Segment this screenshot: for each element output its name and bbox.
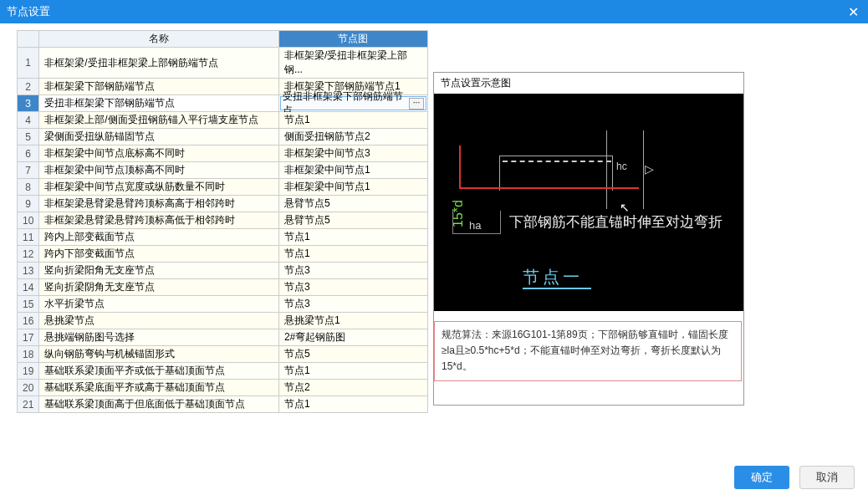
col-name-header[interactable]: 名称: [39, 31, 279, 48]
row-diagram[interactable]: 节点2: [278, 380, 427, 396]
row-diagram[interactable]: 节点3: [278, 279, 427, 296]
table-row[interactable]: 19基础联系梁顶面平齐或低于基础顶面节点节点1: [18, 363, 428, 380]
diagram-rebar-v: [459, 145, 461, 189]
diagram-select-input[interactable]: 受扭非框架梁下部钢筋端节点···: [280, 96, 426, 110]
close-icon[interactable]: ✕: [845, 4, 861, 20]
row-index: 19: [18, 363, 39, 380]
table-row[interactable]: 16悬挑梁节点悬挑梁节点1: [18, 313, 428, 329]
row-diagram[interactable]: 节点3: [278, 296, 427, 313]
table-row[interactable]: 20基础联系梁底面平齐或高于基础顶面节点节点2: [18, 380, 428, 396]
row-name[interactable]: 跨内下部变截面节点: [39, 246, 279, 263]
col-idx-header: [18, 31, 39, 48]
row-name[interactable]: 受扭非框架梁下部钢筋端节点: [39, 95, 279, 112]
row-index: 5: [18, 129, 39, 145]
row-name[interactable]: 纵向钢筋弯钩与机械锚固形式: [39, 346, 279, 363]
row-name[interactable]: 基础联系梁顶面高于但底面低于基础顶面节点: [39, 396, 279, 413]
preview-box: 节点设置示意图 15*d hc ▷ ha 下部钢筋不能直锚时伸至对边弯折 节点一: [433, 72, 744, 406]
diagram-underline: [523, 288, 591, 289]
row-name[interactable]: 悬挑梁节点: [39, 313, 279, 329]
row-diagram[interactable]: 悬挑梁节点1: [278, 313, 427, 329]
node-table: 名称 节点图 1非框架梁/受扭非框架梁上部钢筋端节点非框架梁/受扭非框架梁上部钢…: [17, 30, 428, 413]
table-row[interactable]: 14竖向折梁阴角无支座节点节点3: [18, 279, 428, 296]
dialog-window: 节点设置 ✕ 名称 节点图 1非框架梁/受扭非框架梁上部钢筋端节点非框架梁/受扭…: [0, 0, 868, 500]
row-name[interactable]: 基础联系梁底面平齐或高于基础顶面节点: [39, 380, 279, 396]
row-diagram[interactable]: 非框架梁/受扭非框架梁上部钢...: [278, 48, 427, 79]
diagram-label-ha: ha: [469, 219, 481, 232]
row-diagram[interactable]: 节点1: [278, 229, 427, 246]
table-row[interactable]: 13竖向折梁阳角无支座节点节点3: [18, 263, 428, 279]
row-diagram[interactable]: 节点3: [278, 263, 427, 279]
row-index: 9: [18, 196, 39, 212]
table-pane: 名称 节点图 1非框架梁/受扭非框架梁上部钢筋端节点非框架梁/受扭非框架梁上部钢…: [17, 30, 428, 460]
row-diagram[interactable]: 节点1: [278, 363, 427, 380]
row-name[interactable]: 水平折梁节点: [39, 296, 279, 313]
row-index: 18: [18, 346, 39, 363]
row-diagram[interactable]: 非框架梁中间节点1: [278, 179, 427, 196]
row-name[interactable]: 跨内上部变截面节点: [39, 229, 279, 246]
table-row[interactable]: 17悬挑端钢筋图号选择2#弯起钢筋图: [18, 329, 428, 346]
table-row[interactable]: 18纵向钢筋弯钩与机械锚固形式节点5: [18, 346, 428, 363]
row-name[interactable]: 竖向折梁阳角无支座节点: [39, 263, 279, 279]
diagram-line: [643, 130, 644, 209]
row-name[interactable]: 非框架梁悬臂梁悬臂跨顶标高低于相邻跨时: [39, 212, 279, 229]
row-name[interactable]: 非框架梁中间节点宽度或纵筋数量不同时: [39, 179, 279, 196]
preview-description: 规范算法：来源16G101-1第89页；下部钢筋够直锚时，锚固长度≥la且≥0.…: [434, 321, 742, 381]
table-row[interactable]: 3受扭非框架梁下部钢筋端节点受扭非框架梁下部钢筋端节点···: [18, 95, 428, 112]
row-diagram[interactable]: 非框架梁中间节点3: [278, 145, 427, 162]
preview-pane: 节点设置示意图 15*d hc ▷ ha 下部钢筋不能直锚时伸至对边弯折 节点一: [433, 30, 860, 460]
table-row[interactable]: 5梁侧面受扭纵筋锚固节点侧面受扭钢筋节点2: [18, 129, 428, 145]
table-row[interactable]: 15水平折梁节点节点3: [18, 296, 428, 313]
ok-button[interactable]: 确定: [734, 466, 789, 489]
row-index: 20: [18, 380, 39, 396]
row-diagram[interactable]: 侧面受扭钢筋节点2: [278, 129, 427, 145]
table-row[interactable]: 6非框架梁中间节点底标高不同时非框架梁中间节点3: [18, 145, 428, 162]
table-row[interactable]: 9非框架梁悬臂梁悬臂跨顶标高高于相邻跨时悬臂节点5: [18, 196, 428, 212]
row-diagram[interactable]: 非框架梁中间节点1: [278, 162, 427, 179]
row-name[interactable]: 非框架梁/受扭非框架梁上部钢筋端节点: [39, 48, 279, 79]
table-row[interactable]: 10非框架梁悬臂梁悬臂跨顶标高低于相邻跨时悬臂节点5: [18, 212, 428, 229]
row-diagram[interactable]: 节点1: [278, 112, 427, 129]
row-diagram[interactable]: 受扭非框架梁下部钢筋端节点···: [278, 95, 427, 112]
table-row[interactable]: 8非框架梁中间节点宽度或纵筋数量不同时非框架梁中间节点1: [18, 179, 428, 196]
row-diagram[interactable]: 悬臂节点5: [278, 196, 427, 212]
row-index: 10: [18, 212, 39, 229]
row-index: 15: [18, 296, 39, 313]
row-name[interactable]: 非框架梁中间节点顶标高不同时: [39, 162, 279, 179]
row-diagram[interactable]: 节点1: [278, 246, 427, 263]
ellipsis-button[interactable]: ···: [409, 98, 424, 110]
diagram-label-hc: hc: [616, 161, 627, 172]
footer: 确定 取消: [0, 460, 868, 500]
row-name[interactable]: 基础联系梁顶面平齐或低于基础顶面节点: [39, 363, 279, 380]
diagram-rebar-h: [459, 187, 639, 189]
row-name[interactable]: 非框架梁悬臂梁悬臂跨顶标高高于相邻跨时: [39, 196, 279, 212]
col-diagram-header[interactable]: 节点图: [278, 31, 427, 48]
row-name[interactable]: 梁侧面受扭纵筋锚固节点: [39, 129, 279, 145]
table-row[interactable]: 7非框架梁中间节点顶标高不同时非框架梁中间节点1: [18, 162, 428, 179]
row-index: 14: [18, 279, 39, 296]
table-row[interactable]: 1非框架梁/受扭非框架梁上部钢筋端节点非框架梁/受扭非框架梁上部钢...: [18, 48, 428, 79]
row-name[interactable]: 非框架梁下部钢筋端节点: [39, 79, 279, 95]
row-diagram[interactable]: 2#弯起钢筋图: [278, 329, 427, 346]
row-diagram[interactable]: 节点1: [278, 396, 427, 413]
row-index: 11: [18, 229, 39, 246]
row-name[interactable]: 非框架梁上部/侧面受扭钢筋锚入平行墙支座节点: [39, 112, 279, 129]
diagram-text: 下部钢筋不能直锚时伸至对边弯折: [509, 212, 722, 232]
row-name[interactable]: 非框架梁中间节点底标高不同时: [39, 145, 279, 162]
table-row[interactable]: 4非框架梁上部/侧面受扭钢筋锚入平行墙支座节点节点1: [18, 112, 428, 129]
row-diagram[interactable]: 节点5: [278, 346, 427, 363]
row-diagram[interactable]: 悬臂节点5: [278, 212, 427, 229]
row-index: 16: [18, 313, 39, 329]
window-title: 节点设置: [7, 4, 845, 19]
table-row[interactable]: 21基础联系梁顶面高于但底面低于基础顶面节点节点1: [18, 396, 428, 413]
table-row[interactable]: 11跨内上部变截面节点节点1: [18, 229, 428, 246]
row-index: 6: [18, 145, 39, 162]
row-name[interactable]: 悬挑端钢筋图号选择: [39, 329, 279, 346]
row-index: 17: [18, 329, 39, 346]
cursor-icon: ↖: [620, 201, 630, 214]
row-index: 21: [18, 396, 39, 413]
row-index: 4: [18, 112, 39, 129]
row-name[interactable]: 竖向折梁阴角无支座节点: [39, 279, 279, 296]
cancel-button[interactable]: 取消: [799, 466, 855, 489]
row-index: 7: [18, 162, 39, 179]
table-row[interactable]: 12跨内下部变截面节点节点1: [18, 246, 428, 263]
